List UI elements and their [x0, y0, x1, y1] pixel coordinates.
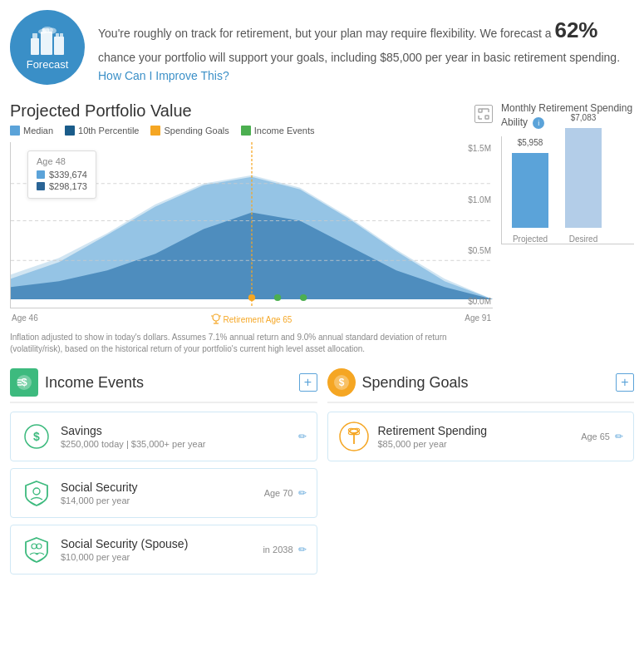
tooltip-row-1: $339,674: [37, 170, 87, 180]
savings-icon: $: [21, 421, 52, 452]
retirement-spending-card[interactable]: Retirement Spending $85,000 per year Age…: [327, 412, 635, 461]
social-security-spouse-card[interactable]: Social Security (Spouse) $10,000 per yea…: [10, 525, 317, 574]
desired-value: $7,083: [571, 113, 597, 122]
forecast-buildings-icon: [29, 25, 66, 55]
svg-text:$: $: [21, 376, 27, 388]
improve-link[interactable]: How Can I Improve This?: [98, 69, 229, 82]
spending-add-button[interactable]: +: [616, 373, 634, 392]
legend-income-label: Income Events: [254, 126, 315, 136]
income-icon: $: [10, 368, 38, 397]
tooltip-dot-10th: [37, 182, 45, 190]
svg-point-26: [300, 294, 307, 301]
header: Forecast You're roughly on track for ret…: [0, 0, 644, 95]
legend-income: Income Events: [241, 126, 315, 136]
svg-rect-6: [56, 33, 59, 37]
x-label-left: Age 46: [12, 313, 38, 325]
monthly-chart-title-text: Monthly Retirement Spending Ability: [501, 102, 632, 128]
spending-icon-svg: $: [332, 373, 351, 392]
chart-section: Projected Portfolio Value Median 10th Pe…: [0, 95, 644, 355]
spending-section: $ Spending Goals + Retirement Spending: [327, 368, 635, 581]
income-icon-svg: $: [15, 373, 33, 392]
savings-name: Savings: [61, 424, 290, 437]
retirement-spending-edit-icon[interactable]: ✏: [615, 431, 623, 442]
income-title: Income Events: [45, 374, 144, 392]
expand-icon: [478, 108, 489, 120]
retirement-spending-sub: $85,000 per year: [378, 439, 573, 449]
bar-desired: $7,083 Desired: [565, 128, 602, 244]
desired-bar: $7,083: [565, 128, 602, 228]
chart-container[interactable]: $1.5M $1.0M $0.5M $0.0M Age 48 $339,674 …: [10, 142, 493, 308]
x-axis: Age 46 Retirement Age 65 Age 91: [10, 310, 493, 325]
savings-edit-icon[interactable]: ✏: [298, 431, 307, 442]
savings-card[interactable]: $ Savings $250,000 today | $35,000+ per …: [10, 412, 317, 461]
monthly-chart-title: Monthly Retirement Spending Ability i: [501, 101, 634, 130]
legend-spending: Spending Goals: [150, 126, 229, 136]
svg-rect-2: [41, 32, 52, 55]
retirement-label: Retirement Age 65: [224, 315, 293, 324]
projected-bar: $5,958: [512, 153, 548, 228]
svg-rect-0: [31, 38, 39, 55]
svg-text:$: $: [33, 430, 40, 443]
monthly-chart: Monthly Retirement Spending Ability i $5…: [501, 101, 634, 355]
retirement-spending-info: Retirement Spending $85,000 per year: [378, 424, 573, 449]
spending-icon: $: [327, 368, 356, 397]
social-security-spouse-edit-icon[interactable]: ✏: [298, 544, 307, 555]
svg-rect-1: [32, 33, 37, 38]
income-header: $ Income Events +: [10, 368, 317, 403]
tooltip-age: Age 48: [37, 156, 87, 166]
chart-expand-button[interactable]: [474, 105, 493, 123]
retirement-spending-name: Retirement Spending: [378, 424, 573, 437]
savings-sub: $250,000 today | $35,000+ per year: [61, 439, 290, 449]
social-security-icon: [21, 477, 52, 509]
social-security-spouse-year: in 2038: [263, 545, 293, 555]
svg-point-41: [37, 544, 42, 549]
svg-point-10: [48, 27, 57, 33]
retirement-spending-meta: Age 65 ✏: [581, 431, 623, 442]
trophy-icon: [211, 313, 221, 325]
retirement-spending-icon: [338, 421, 370, 452]
chart-title: Projected Portfolio Value: [10, 101, 192, 121]
svg-rect-12: [485, 116, 489, 119]
tooltip-dot-median: [37, 170, 45, 179]
chart-disclaimer: Inflation adjusted to show in today's do…: [10, 332, 492, 355]
svg-point-27: [213, 314, 219, 321]
forecast-label: Forecast: [27, 58, 69, 71]
social-security-edit-icon[interactable]: ✏: [298, 487, 307, 499]
retirement-spending-age: Age 65: [581, 431, 610, 441]
legend-income-box: [241, 126, 251, 136]
palm-tree-icon-svg: [338, 421, 370, 452]
legend-10th-box: [65, 126, 75, 136]
svg-point-39: [33, 488, 40, 495]
header-text1: You're roughly on track for retirement, …: [98, 27, 554, 40]
x-label-center: Retirement Age 65: [211, 313, 293, 325]
legend-median: Median: [10, 126, 53, 136]
legend-spending-box: [150, 126, 160, 136]
svg-point-9: [38, 29, 47, 34]
savings-icon-svg: $: [22, 422, 51, 451]
bar-chart: $5,958 Projected $7,083 Desired: [501, 136, 634, 244]
social-security-name: Social Security: [61, 481, 256, 494]
chart-tooltip: Age 48 $339,674 $298,173: [27, 150, 96, 199]
desired-label: Desired: [569, 234, 597, 244]
projected-value: $5,958: [518, 138, 543, 147]
spending-title: Spending Goals: [362, 374, 469, 392]
social-security-spouse-icon: [21, 534, 52, 565]
social-security-card[interactable]: Social Security $14,000 per year Age 70 …: [10, 468, 317, 518]
svg-text:$: $: [338, 377, 344, 388]
income-add-button[interactable]: +: [299, 373, 317, 392]
social-security-spouse-info: Social Security (Spouse) $10,000 per yea…: [61, 537, 254, 562]
header-text2: chance your portfolio will support your …: [98, 51, 620, 64]
svg-point-24: [248, 294, 255, 301]
social-security-spouse-sub: $10,000 per year: [61, 552, 254, 562]
header-description: You're roughly on track for retirement, …: [98, 10, 631, 85]
sections: $ Income Events + $ Savings $250,000 tod…: [0, 355, 644, 591]
social-security-meta: Age 70 ✏: [264, 487, 307, 499]
tooltip-value1: $339,674: [49, 170, 87, 180]
info-icon[interactable]: i: [533, 117, 544, 129]
tooltip-value2: $298,173: [49, 181, 87, 191]
savings-info: Savings $250,000 today | $35,000+ per ye…: [61, 424, 290, 449]
legend-median-box: [10, 126, 20, 136]
projected-label: Projected: [513, 234, 548, 244]
x-label-right: Age 91: [465, 313, 491, 325]
svg-point-25: [274, 294, 281, 301]
